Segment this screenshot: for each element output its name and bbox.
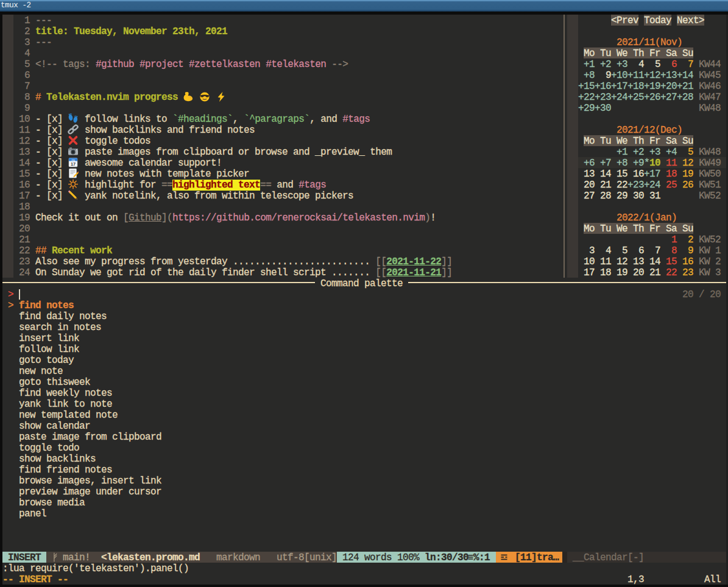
svg-text:17: 17 (71, 161, 76, 167)
